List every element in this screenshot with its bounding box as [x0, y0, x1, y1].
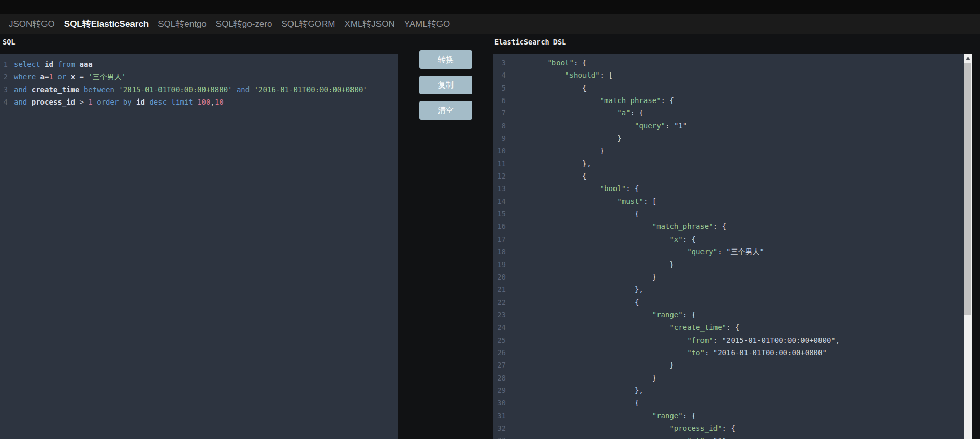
line-number: 22 — [493, 296, 506, 309]
code-line-4: 4and process_id > 1 order by id desc lim… — [0, 96, 398, 108]
code-line-1: 1select id from aaa — [0, 58, 398, 70]
sql-panel-title: SQL — [3, 38, 15, 46]
line-number: 4 — [493, 69, 506, 81]
line-number: 31 — [493, 409, 506, 422]
line-content: "should": [ — [506, 69, 613, 81]
dsl-code-lines: 3 "bool": {4 "should": [5 {6 "match_phra… — [493, 56, 972, 439]
line-content: { — [506, 208, 639, 220]
line-content: "query": "三个男人" — [506, 245, 764, 258]
line-number: 8 — [493, 120, 506, 132]
top-navbar: JSON转GOSQL转ElasticSearchSQL转entgoSQL转go-… — [0, 14, 980, 34]
line-content: "bool": { — [506, 182, 639, 195]
code-line-30: 30 { — [493, 397, 972, 409]
code-line-17: 17 "x": { — [493, 233, 972, 245]
code-line-27: 27 } — [493, 359, 972, 371]
line-number: 11 — [493, 157, 506, 170]
line-number: 3 — [0, 83, 8, 96]
line-number: 14 — [493, 195, 506, 208]
code-line-15: 15 { — [493, 208, 972, 220]
sql-code-editor[interactable]: 1select id from aaa2where a=1 or x = '三个… — [0, 54, 398, 439]
line-content: }, — [506, 283, 643, 296]
code-line-4: 4 "should": [ — [493, 69, 972, 81]
nav-tab-5[interactable]: SQL转GORM — [277, 18, 340, 30]
nav-tab-3[interactable]: SQL转entgo — [153, 18, 211, 30]
code-line-26: 26 "to": "2016-01-01T00:00:00+0800" — [493, 346, 972, 359]
code-line-3: 3 "bool": { — [493, 56, 972, 69]
line-number: 27 — [493, 359, 506, 371]
line-number: 12 — [493, 170, 506, 182]
line-content: }, — [506, 157, 591, 170]
line-number: 6 — [493, 94, 506, 107]
line-content: { — [506, 82, 587, 94]
line-number: 7 — [493, 107, 506, 119]
code-line-21: 21 }, — [493, 283, 972, 296]
line-content: "x": { — [506, 233, 696, 245]
line-number: 24 — [493, 321, 506, 333]
line-content: "match_phrase": { — [506, 220, 726, 232]
line-content: } — [506, 359, 674, 371]
code-line-8: 8 "query": "1" — [493, 120, 972, 132]
nav-tab-4[interactable]: SQL转go-zero — [211, 18, 277, 30]
code-line-2: 2where a=1 or x = '三个男人' — [0, 70, 398, 83]
line-number: 5 — [493, 82, 506, 94]
line-number: 1 — [0, 58, 8, 70]
convert-button[interactable]: 转换 — [419, 50, 472, 69]
line-number: 33 — [493, 434, 506, 439]
code-line-13: 13 "bool": { — [493, 182, 972, 195]
line-content: { — [506, 397, 639, 409]
line-content: "range": { — [506, 309, 696, 321]
code-line-33: 33 "gt": "1" — [493, 434, 972, 439]
line-content: "to": "2016-01-01T00:00:00+0800" — [506, 346, 827, 359]
line-content: }, — [506, 384, 643, 397]
action-buttons: 转换复制清空 — [419, 50, 472, 126]
line-content: "create_time": { — [506, 321, 739, 333]
line-number: 29 — [493, 384, 506, 397]
line-number: 16 — [493, 220, 506, 232]
line-number: 3 — [493, 56, 506, 69]
code-line-11: 11 }, — [493, 157, 972, 170]
nav-tab-7[interactable]: YAML转GO — [400, 18, 455, 30]
line-number: 30 — [493, 397, 506, 409]
page-top-strip — [0, 0, 980, 14]
line-number: 15 — [493, 208, 506, 220]
dsl-panel-title: ElasticSearch DSL — [494, 38, 566, 46]
line-number: 23 — [493, 309, 506, 321]
scrollbar-thumb[interactable] — [964, 63, 971, 315]
line-content: select id from aaa — [8, 58, 93, 70]
line-number: 28 — [493, 372, 506, 384]
line-number: 32 — [493, 422, 506, 434]
code-line-18: 18 "query": "三个男人" — [493, 245, 972, 258]
copy-button[interactable]: 复制 — [419, 76, 472, 94]
code-line-32: 32 "process_id": { — [493, 422, 972, 434]
dsl-code-editor[interactable]: 3 "bool": {4 "should": [5 {6 "match_phra… — [493, 54, 972, 439]
nav-tab-2[interactable]: SQL转ElasticSearch — [60, 18, 153, 30]
line-content: "must": [ — [506, 195, 656, 208]
code-line-31: 31 "range": { — [493, 409, 972, 422]
line-content: "from": "2015-01-01T00:00:00+0800", — [506, 334, 840, 346]
line-content: } — [506, 258, 674, 271]
code-line-12: 12 { — [493, 170, 972, 182]
nav-tab-1[interactable]: JSON转GO — [4, 18, 60, 30]
line-content: and process_id > 1 order by id desc limi… — [8, 96, 224, 108]
line-number: 19 — [493, 258, 506, 271]
code-line-5: 5 { — [493, 82, 972, 94]
code-line-9: 9 } — [493, 132, 972, 144]
line-number: 26 — [493, 346, 506, 359]
line-number: 2 — [0, 70, 8, 83]
code-line-14: 14 "must": [ — [493, 195, 972, 208]
dsl-scrollbar[interactable] — [964, 54, 972, 439]
scroll-up-arrow-icon[interactable] — [964, 54, 972, 63]
line-content: "gt": "1" — [506, 434, 726, 439]
clear-button[interactable]: 清空 — [419, 101, 472, 120]
line-number: 9 — [493, 132, 506, 144]
line-content: { — [506, 296, 639, 309]
line-content: "a": { — [506, 107, 643, 119]
line-number: 13 — [493, 182, 506, 195]
line-content: "bool": { — [506, 56, 587, 69]
nav-tab-6[interactable]: XML转JSON — [340, 18, 399, 30]
code-line-28: 28 } — [493, 372, 972, 384]
code-line-10: 10 } — [493, 144, 972, 157]
line-content: { — [506, 170, 587, 182]
code-line-25: 25 "from": "2015-01-01T00:00:00+0800", — [493, 334, 972, 346]
line-content: "match_phrase": { — [506, 94, 674, 107]
